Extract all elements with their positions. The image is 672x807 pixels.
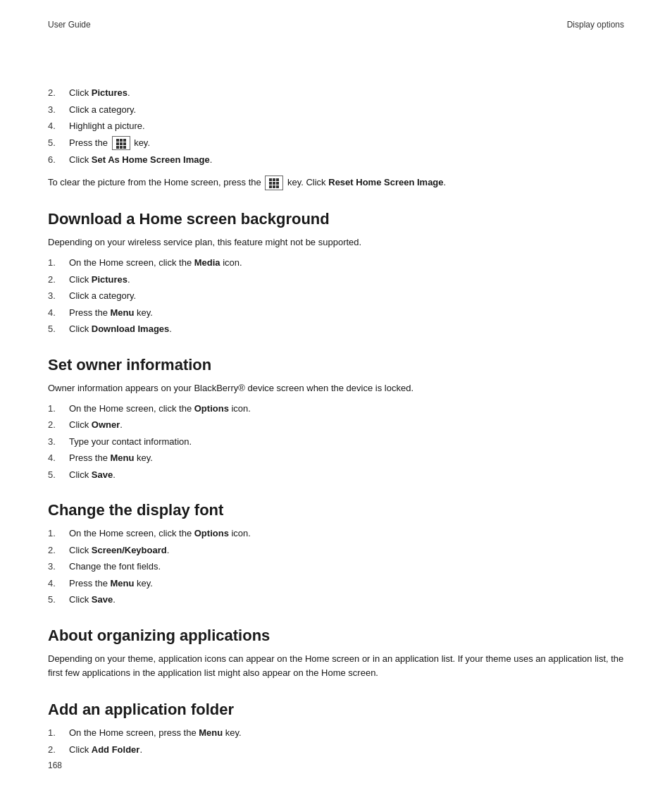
step-num: 2. bbox=[48, 86, 69, 100]
step-num: 3. bbox=[48, 103, 69, 117]
step-num: 1. bbox=[48, 256, 69, 270]
step-content: On the Home screen, click the Options ic… bbox=[69, 526, 624, 541]
step-content: Change the font fields. bbox=[69, 560, 624, 574]
list-item: 2. Click Add Folder. bbox=[48, 743, 624, 757]
step-num: 2. bbox=[48, 273, 69, 287]
step-num: 1. bbox=[48, 726, 69, 740]
step-content: Click Save. bbox=[69, 593, 624, 607]
bb-key-icon-2 bbox=[265, 175, 283, 191]
step-content: Type your contact information. bbox=[69, 435, 624, 449]
section-title-add-folder: Add an application folder bbox=[48, 701, 624, 719]
list-item: 3. Click a category. bbox=[48, 103, 624, 117]
top-steps-section: 2. Click Pictures. 3. Click a category. … bbox=[48, 86, 624, 190]
step-content: On the Home screen, click the Options ic… bbox=[69, 402, 624, 416]
step-content: Click Set As Home Screen Image. bbox=[69, 153, 624, 167]
bb-key-icon bbox=[112, 136, 130, 151]
list-item: 3. Click a category. bbox=[48, 289, 624, 303]
section-intro-download-bg: Depending on your wireless service plan,… bbox=[48, 235, 624, 250]
section-intro-about-organizing: Depending on your theme, application ico… bbox=[48, 652, 624, 682]
step-num: 4. bbox=[48, 306, 69, 320]
step-content: Click Pictures. bbox=[69, 86, 624, 100]
list-item: 6. Click Set As Home Screen Image. bbox=[48, 153, 624, 167]
step-content: Click a category. bbox=[69, 103, 624, 117]
blackberry-icon bbox=[116, 139, 126, 149]
section-title-download-bg: Download a Home screen background bbox=[48, 210, 624, 228]
list-item: 1. On the Home screen, press the Menu ke… bbox=[48, 726, 624, 740]
section-title-set-owner: Set owner information bbox=[48, 356, 624, 374]
list-item: 2. Click Owner. bbox=[48, 418, 624, 432]
page-number: 168 bbox=[48, 760, 62, 770]
step-content: Click Owner. bbox=[69, 418, 624, 432]
list-item: 2. Click Screen/Keyboard. bbox=[48, 543, 624, 557]
step-num: 5. bbox=[48, 136, 69, 151]
step-num: 3. bbox=[48, 289, 69, 303]
list-item: 1. On the Home screen, click the Options… bbox=[48, 402, 624, 416]
step-num: 5. bbox=[48, 593, 69, 607]
list-item: 5. Click Save. bbox=[48, 593, 624, 607]
step-num: 5. bbox=[48, 322, 69, 336]
step-num: 4. bbox=[48, 451, 69, 465]
section-title-about-organizing: About organizing applications bbox=[48, 627, 624, 645]
step-num: 1. bbox=[48, 526, 69, 541]
steps-list-change-font: 1. On the Home screen, click the Options… bbox=[48, 526, 624, 607]
section-set-owner: Set owner information Owner information … bbox=[48, 356, 624, 481]
step-content: Click Pictures. bbox=[69, 273, 624, 287]
step-content: Click Save. bbox=[69, 468, 624, 482]
section-add-folder: Add an application folder 1. On the Home… bbox=[48, 701, 624, 756]
step-content: Click Download Images. bbox=[69, 322, 624, 336]
section-about-organizing: About organizing applications Depending … bbox=[48, 627, 624, 682]
list-item: 4. Highlight a picture. bbox=[48, 119, 624, 133]
step-content: Press the Menu key. bbox=[69, 577, 624, 591]
list-item: 4. Press the Menu key. bbox=[48, 577, 624, 591]
step-content: Click Add Folder. bbox=[69, 743, 624, 757]
steps-list-download-bg: 1. On the Home screen, click the Media i… bbox=[48, 256, 624, 336]
steps-list-set-owner: 1. On the Home screen, click the Options… bbox=[48, 402, 624, 482]
step-content: On the Home screen, press the Menu key. bbox=[69, 726, 624, 740]
list-item: 5. Press the key. bbox=[48, 136, 624, 151]
step-content: On the Home screen, click the Media icon… bbox=[69, 256, 624, 270]
step-num: 5. bbox=[48, 468, 69, 482]
section-download-bg: Download a Home screen background Depend… bbox=[48, 210, 624, 335]
step-num: 3. bbox=[48, 560, 69, 574]
step-num: 3. bbox=[48, 435, 69, 449]
list-item: 3. Change the font fields. bbox=[48, 560, 624, 574]
step-content: Click a category. bbox=[69, 289, 624, 303]
list-item: 2. Click Pictures. bbox=[48, 273, 624, 287]
steps-list-add-folder: 1. On the Home screen, press the Menu ke… bbox=[48, 726, 624, 756]
step-num: 4. bbox=[48, 577, 69, 591]
step-num: 1. bbox=[48, 402, 69, 416]
blackberry-icon-2 bbox=[269, 178, 279, 188]
step-num: 4. bbox=[48, 119, 69, 133]
step-content: Press the Menu key. bbox=[69, 451, 624, 465]
list-item: 2. Click Pictures. bbox=[48, 86, 624, 100]
list-item: 5. Click Download Images. bbox=[48, 322, 624, 336]
step-content: Press the Menu key. bbox=[69, 306, 624, 320]
step-content: Press the key. bbox=[69, 136, 624, 151]
list-item: 4. Press the Menu key. bbox=[48, 451, 624, 465]
step-content: Click Screen/Keyboard. bbox=[69, 543, 624, 557]
step-num: 2. bbox=[48, 418, 69, 432]
list-item: 1. On the Home screen, click the Options… bbox=[48, 526, 624, 541]
header-left: User Guide bbox=[48, 20, 91, 30]
top-steps-list: 2. Click Pictures. 3. Click a category. … bbox=[48, 86, 624, 167]
list-item: 4. Press the Menu key. bbox=[48, 306, 624, 320]
section-title-change-font: Change the display font bbox=[48, 501, 624, 519]
list-item: 3. Type your contact information. bbox=[48, 435, 624, 449]
header-right: Display options bbox=[567, 20, 624, 30]
list-item: 1. On the Home screen, click the Media i… bbox=[48, 256, 624, 270]
step-num: 2. bbox=[48, 743, 69, 757]
section-intro-set-owner: Owner information appears on your BlackB… bbox=[48, 381, 624, 396]
step-content: Highlight a picture. bbox=[69, 119, 624, 133]
section-change-font: Change the display font 1. On the Home s… bbox=[48, 501, 624, 607]
step-num: 6. bbox=[48, 153, 69, 167]
step-num: 2. bbox=[48, 543, 69, 557]
list-item: 5. Click Save. bbox=[48, 468, 624, 482]
clear-note: To clear the picture from the Home scree… bbox=[48, 175, 624, 191]
